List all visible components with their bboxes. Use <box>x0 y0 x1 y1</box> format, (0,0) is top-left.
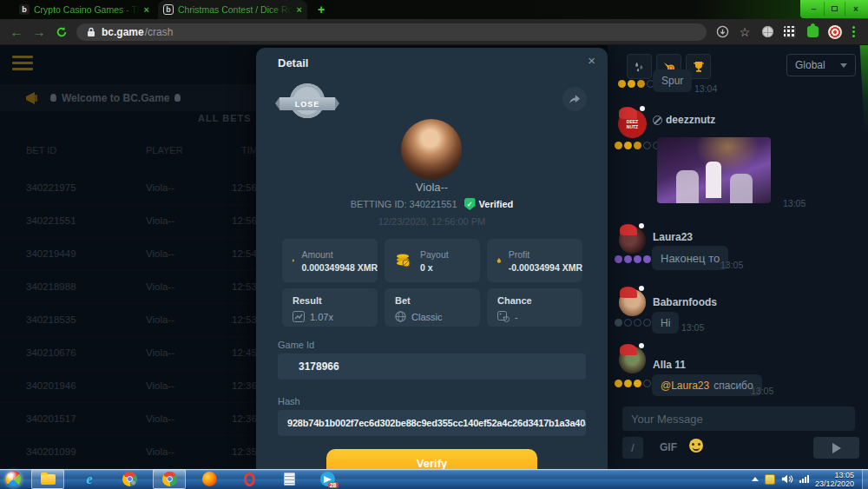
minimize-button[interactable]: – <box>804 2 825 16</box>
taskbar-notepad-button[interactable] <box>273 469 306 489</box>
restore-icon <box>832 6 838 11</box>
chat-rain-button[interactable] <box>627 54 652 79</box>
modal-close-icon[interactable]: × <box>588 53 595 68</box>
gif-button[interactable]: GIF <box>660 441 677 453</box>
network-signal-icon[interactable] <box>799 475 809 483</box>
clock-time: 13:05 <box>834 471 854 479</box>
stat-card-payout: Payout0 x <box>385 239 480 282</box>
back-button[interactable]: ← <box>5 24 28 39</box>
avatar[interactable] <box>619 347 646 373</box>
extension-globe-icon[interactable] <box>760 25 774 39</box>
browser-tab-2[interactable]: b Christmas Contest / Dice Roll Hu × <box>158 0 307 19</box>
tab1-close-icon[interactable]: × <box>144 4 149 15</box>
emoji-button[interactable] <box>689 439 703 453</box>
megaphone-icon <box>24 91 42 105</box>
send-message-button[interactable] <box>813 437 859 459</box>
gear-icon <box>130 479 136 486</box>
user-badge-icon <box>653 116 662 125</box>
close-window-button[interactable]: × <box>845 2 866 16</box>
lock-icon <box>87 27 95 37</box>
badge-ribbon: LOSE <box>279 97 335 110</box>
browser-tab-1[interactable]: b Crypto Casino Games - The 16 Be × <box>14 0 155 19</box>
hash-label: Hash <box>278 396 300 406</box>
restore-button[interactable] <box>825 2 845 16</box>
chart-icon <box>293 311 305 322</box>
chat-username[interactable]: deezznutz <box>653 114 715 126</box>
taskbar-firefox-button[interactable] <box>193 469 226 489</box>
extension-qr-icon[interactable] <box>783 25 797 39</box>
window-controls: – × <box>804 2 866 16</box>
betting-id: BETTING ID: 340221551 <box>351 199 457 209</box>
url-path: /crash <box>145 26 174 38</box>
forward-button[interactable]: → <box>28 24 50 39</box>
taskbar-ie-button[interactable]: e <box>73 469 106 489</box>
taskbar-opera-button[interactable] <box>233 469 266 489</box>
profile-avatar[interactable] <box>828 25 842 39</box>
announcement-text: Welcome to BC.Game <box>50 92 181 104</box>
chrome-icon <box>162 472 177 486</box>
reload-button[interactable] <box>50 26 73 38</box>
extensions-puzzle-icon[interactable] <box>806 25 819 39</box>
install-app-icon[interactable] <box>715 25 729 39</box>
chat-command-button[interactable]: / <box>622 437 643 459</box>
browser-menu-icon[interactable] <box>852 26 855 37</box>
stat-card-result: Result 1.07x <box>282 288 378 327</box>
message-time: 13:05 <box>751 386 773 396</box>
taskbar-clock[interactable]: 13:05 23/12/2020 <box>815 471 854 488</box>
game-id-field[interactable]: 3178966 <box>278 354 586 380</box>
bookmark-star-icon[interactable]: ☆ <box>738 25 752 39</box>
avatar[interactable] <box>619 227 646 254</box>
dice-icon <box>497 311 510 322</box>
user-badges <box>615 142 661 149</box>
chat-image-attachment[interactable] <box>657 137 771 203</box>
hash-field[interactable]: 928b74b1b002f7ec6d302be88c9ed355cc140ef5… <box>278 410 586 436</box>
chat-username[interactable]: Laura23 <box>653 231 693 243</box>
trophy-icon <box>692 60 706 73</box>
page-content: Welcome to BC.Game ALL BETS BET ID PLAYE… <box>0 45 868 469</box>
taskbar-telegram-button[interactable]: 28 <box>311 469 344 489</box>
hamburger-menu-icon[interactable] <box>12 56 33 74</box>
badge-label: LOSE <box>295 100 320 109</box>
globe-icon <box>395 311 406 322</box>
browser-tabstrip: b Crypto Casino Games - The 16 Be × b Ch… <box>0 0 868 19</box>
url-bar[interactable]: bc.game /crash <box>76 23 707 41</box>
verified-badge: ✓ Verified <box>464 198 514 210</box>
send-icon <box>832 443 841 453</box>
taskbar-chromium-button[interactable] <box>113 469 146 489</box>
show-desktop-button[interactable] <box>862 469 868 489</box>
bulb-icon <box>174 94 181 102</box>
coins-stack-icon <box>394 251 413 270</box>
chat-username[interactable]: Babarnfoods <box>653 296 717 308</box>
player-avatar[interactable] <box>401 119 462 180</box>
volume-icon[interactable] <box>781 473 793 485</box>
taskbar-chrome-button[interactable] <box>153 469 186 489</box>
avatar[interactable] <box>619 289 646 316</box>
message-time: 13:05 <box>681 322 704 333</box>
verify-button[interactable]: Verify <box>326 449 537 469</box>
game-id-label: Game Id <box>278 340 314 350</box>
tab1-title: Crypto Casino Games - The 16 Be <box>34 4 140 15</box>
avatar[interactable]: DEEZNUTZ <box>618 109 647 138</box>
taskbar-explorer-button[interactable] <box>31 469 64 489</box>
new-tab-button[interactable]: + <box>318 3 325 17</box>
start-button[interactable] <box>5 471 22 487</box>
chat-username[interactable]: Alla 11 <box>653 359 686 371</box>
chat-sidebar: Global Spur 13:04 DEEZNUTZ deezznutz 13:… <box>608 45 868 469</box>
mention-link[interactable]: @Laura23 <box>661 380 709 392</box>
stat-card-profit: $ Profit-0.00034994 XMR <box>487 239 582 282</box>
bet-detail-modal: Detail × LOSE Viola-- BETTING ID: 340221… <box>256 48 608 469</box>
chat-message-bubble: Hi <box>652 312 679 334</box>
tab2-close-icon[interactable]: × <box>297 4 302 15</box>
clock-date: 23/12/2020 <box>815 479 854 488</box>
chat-room-value: Global <box>795 59 825 71</box>
chat-message-input[interactable] <box>622 406 855 431</box>
chat-room-select[interactable]: Global <box>786 54 856 76</box>
result-badge: LOSE <box>290 83 325 118</box>
windows-taskbar: e 28 13:05 23/12/2020 <box>0 469 868 489</box>
chat-message-bubble: Наконец то <box>652 246 728 270</box>
share-button[interactable] <box>562 87 587 111</box>
message-time: 13:04 <box>694 83 717 94</box>
tray-app-icon[interactable] <box>765 474 775 485</box>
bulb-icon <box>50 94 56 102</box>
tray-expand-icon[interactable] <box>752 477 759 481</box>
